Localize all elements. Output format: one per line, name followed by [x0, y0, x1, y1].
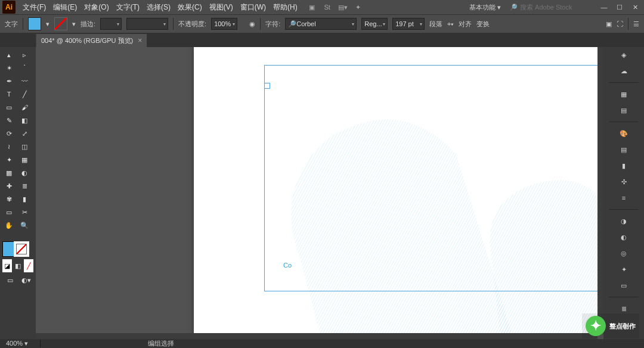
maximize-button[interactable]: ☐ — [613, 2, 626, 13]
canvas-viewport[interactable]: Co — [36, 47, 597, 333]
panel-transparency-icon[interactable]: ◐ — [617, 231, 631, 244]
font-label: 字符: — [265, 20, 280, 29]
tool-slice[interactable]: ✂ — [17, 206, 32, 219]
panel-menu-icon[interactable]: ☰ — [633, 20, 639, 28]
tool-direct-selection[interactable]: ▹ — [17, 48, 32, 61]
tool-lasso[interactable]: ॱ — [17, 61, 32, 74]
tool-free-transform[interactable]: ◫ — [17, 140, 32, 153]
tool-perspective[interactable]: ▦ — [17, 153, 32, 166]
tool-rectangle[interactable]: ▭ — [1, 101, 17, 114]
para-link[interactable]: 段落 — [429, 20, 442, 29]
tool-mesh[interactable]: ▩ — [1, 166, 17, 179]
tool-curvature[interactable]: 〰 — [17, 74, 32, 88]
bridge-icon[interactable]: ▣ — [307, 2, 317, 12]
document-tab[interactable]: 004* @ 400% (RGB/GPU 预览) × — [36, 34, 147, 47]
menu-0[interactable]: 文件(F) — [19, 0, 49, 14]
color-mode-icon[interactable]: ◪ — [2, 259, 12, 272]
font-style-field[interactable]: Reg... — [361, 18, 388, 30]
arrange-icon[interactable]: ▤▾ — [338, 2, 348, 12]
menu-4[interactable]: 选择(S) — [143, 0, 174, 14]
close-icon[interactable]: × — [138, 36, 142, 45]
tool-line[interactable]: ╱ — [17, 88, 32, 101]
selection-type-label: 文字 — [5, 20, 18, 29]
gpu-icon[interactable]: ✦ — [354, 2, 363, 12]
tool-eyedropper[interactable]: ✚ — [1, 179, 17, 192]
stock-icon[interactable]: St — [323, 2, 332, 12]
panel-stroke-icon[interactable]: ≡ — [617, 191, 631, 204]
status-mode-label: 编组选择 — [148, 339, 174, 348]
tool-gradient[interactable]: ◐ — [17, 166, 32, 179]
font-family-field[interactable]: 🔎 Corbel — [285, 18, 357, 30]
panel-brushes-icon[interactable]: ▮ — [617, 159, 631, 172]
tool-paintbrush[interactable]: 🖌 — [17, 101, 32, 114]
panel-prop-y-icon[interactable]: ▤ — [617, 104, 631, 117]
tool-hand[interactable]: ✋ — [1, 219, 17, 232]
tool-blend[interactable]: ≣ — [17, 179, 32, 192]
align-link[interactable]: 对齐 — [459, 20, 472, 29]
tool-shape-builder[interactable]: ✦ — [1, 153, 17, 166]
panel-libraries-icon[interactable]: ☁ — [617, 64, 631, 77]
screen-mode-icon[interactable]: ▭ — [2, 274, 17, 287]
menu-8[interactable]: 帮助(H) — [270, 0, 301, 14]
transform-link[interactable]: 变换 — [476, 20, 490, 29]
minimize-button[interactable]: — — [597, 2, 611, 13]
tool-column-graph[interactable]: ▮ — [17, 192, 32, 206]
panel-align-r-icon[interactable]: ▭ — [617, 279, 631, 292]
chevron-down-icon: ▾ — [497, 4, 501, 11]
gradient-mode-icon[interactable]: ◧ — [13, 259, 23, 272]
tool-type[interactable]: T — [1, 88, 17, 101]
opacity-field[interactable]: 100% — [211, 18, 237, 30]
tool-selection[interactable]: ▴ — [1, 48, 17, 61]
menu-7[interactable]: 窗口(W) — [237, 0, 270, 14]
selection-anchor[interactable] — [264, 83, 270, 89]
menu-3[interactable]: 文字(T) — [113, 0, 143, 14]
panel-prop-x-icon[interactable]: ▦ — [617, 88, 631, 101]
stroke-label: 描边: — [80, 20, 95, 29]
none-mode-icon[interactable]: ╱ — [24, 259, 33, 272]
search-stock[interactable]: 🔎 搜索 Adobe Stock — [509, 3, 593, 12]
tool-scale[interactable]: ⤢ — [17, 127, 32, 140]
tool-pen[interactable]: ✒ — [1, 74, 17, 88]
tool-zoom[interactable]: 🔍 — [17, 219, 32, 232]
panel-symbols-icon[interactable]: ✣ — [617, 175, 631, 188]
isolate-icon[interactable]: ▣ — [606, 20, 612, 28]
tool-symbol-sprayer[interactable]: ✾ — [1, 192, 17, 206]
tool-pencil[interactable]: ✎ — [1, 114, 17, 127]
vertical-scrollbar[interactable] — [597, 47, 603, 333]
panel-swatches-icon[interactable]: ▤ — [617, 143, 631, 156]
menu-2[interactable]: 对象(O) — [80, 0, 112, 14]
stroke-swatch[interactable] — [54, 17, 67, 30]
menu-1[interactable]: 编辑(E) — [49, 0, 80, 14]
selection-bounding-box[interactable] — [264, 65, 597, 291]
panel-layers-icon[interactable]: ◈ — [617, 48, 631, 61]
tool-magic-wand[interactable]: ✶ — [1, 61, 17, 74]
workspace-switcher[interactable]: 基本功能 ▾ — [466, 3, 504, 12]
tool-eraser[interactable]: ◧ — [17, 114, 32, 127]
workspace-label: 基本功能 — [469, 3, 496, 12]
menu-6[interactable]: 视图(V) — [206, 0, 237, 14]
tool-panel: ▴▹✶ॱ✒〰T╱▭🖌✎◧⟳⤢≀◫✦▦▩◐✚≣✾▮▭✂✋🔍 ◪ ◧ ╱ ▭ ◐▾ — [0, 47, 36, 339]
tool-rotate[interactable]: ⟳ — [1, 127, 17, 140]
brush-def-field[interactable] — [126, 18, 168, 30]
close-button[interactable]: ✕ — [628, 2, 642, 13]
panel-graphic-styles-icon[interactable]: ✦ — [617, 263, 631, 276]
recolor-icon[interactable]: ◉ — [249, 20, 255, 28]
horizontal-scrollbar[interactable] — [36, 333, 597, 339]
menu-5[interactable]: 效果(C) — [174, 0, 206, 14]
fullscreen-icon[interactable]: ⛶ — [617, 20, 623, 27]
fill-stroke-block[interactable]: ◪ ◧ ╱ ▭ ◐▾ — [1, 234, 35, 288]
tool-width[interactable]: ≀ — [1, 140, 17, 153]
font-size-field[interactable]: 197 pt — [392, 18, 425, 30]
zoom-field[interactable]: 400% ▾ — [5, 340, 41, 347]
stroke-large-swatch[interactable] — [14, 241, 29, 257]
panel-grad-icon[interactable]: ◑ — [617, 215, 631, 228]
stroke-weight-field[interactable] — [100, 18, 122, 30]
search-placeholder: 搜索 Adobe Stock — [520, 3, 572, 12]
para-icon[interactable]: ⌖▾ — [447, 20, 454, 28]
fill-swatch[interactable] — [28, 17, 41, 30]
panel-palette-icon[interactable]: 🎨 — [617, 127, 631, 140]
panel-appearance-icon[interactable]: ◎ — [617, 247, 631, 260]
draw-mode-icon[interactable]: ◐▾ — [18, 274, 33, 287]
tool-artboard[interactable]: ▭ — [1, 206, 17, 219]
wechat-icon: ✦ — [586, 316, 606, 336]
